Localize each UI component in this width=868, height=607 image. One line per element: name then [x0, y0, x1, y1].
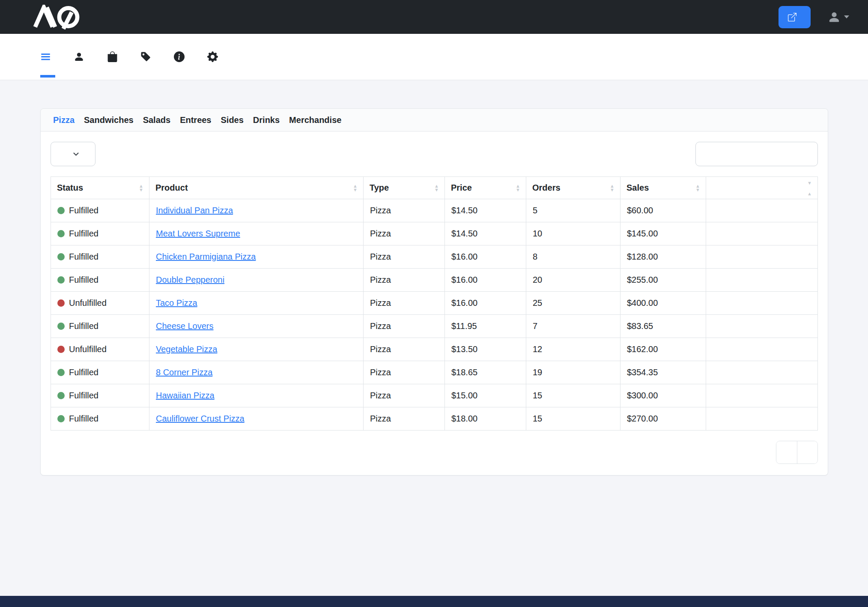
sales-cell: $60.00 — [620, 199, 706, 222]
sales-cell: $400.00 — [620, 292, 706, 315]
status-label: Fulfilled — [69, 275, 98, 284]
price-cell: $14.50 — [445, 199, 526, 222]
sort-icon: ▲▼ — [434, 184, 439, 192]
tag-icon — [140, 51, 151, 62]
nav-item-store-info[interactable] — [174, 34, 189, 80]
type-cell: Pizza — [364, 315, 445, 338]
column-header[interactable]: Sales ▲▼ — [620, 177, 706, 199]
product-link[interactable]: Vegetable Pizza — [156, 344, 217, 354]
column-header-label: Status — [57, 183, 83, 192]
price-cell: $11.95 — [445, 315, 526, 338]
category-tab[interactable]: Sides — [221, 115, 244, 125]
user-avatar-icon — [828, 11, 841, 24]
nav-item-orders[interactable] — [107, 34, 122, 80]
category-tab[interactable]: Salads — [143, 115, 170, 125]
type-cell: Pizza — [364, 199, 445, 222]
product-cell: 8 Corner Pizza — [149, 361, 364, 384]
actions-cell — [706, 199, 818, 222]
category-tab[interactable]: Entrees — [180, 115, 211, 125]
status-cell: Fulfilled — [51, 269, 149, 292]
sales-cell: $255.00 — [620, 269, 706, 292]
column-header[interactable]: Status ▲▼ — [51, 177, 149, 199]
category-tabs: Pizza Sandwiches Salads Entrees Sides Dr… — [41, 109, 828, 132]
sort-icon: ▲▼ — [353, 184, 358, 192]
status-label: Fulfilled — [69, 206, 98, 215]
nav-item-menu[interactable] — [40, 34, 55, 80]
status-cell: Fulfilled — [51, 245, 149, 269]
column-header-label: Type — [370, 183, 389, 192]
product-link[interactable]: Double Pepperoni — [156, 275, 224, 284]
status-label: Fulfilled — [69, 414, 98, 423]
card-body: Status ▲▼ Product ▲▼ Type ▲▼ Price ▲▼ Or… — [41, 132, 828, 475]
page-size-select[interactable] — [51, 142, 95, 166]
status-label: Fulfilled — [69, 368, 98, 377]
external-link-icon — [788, 13, 796, 21]
product-cell: Cauliflower Crust Pizza — [149, 407, 364, 431]
products-table: Status ▲▼ Product ▲▼ Type ▲▼ Price ▲▼ Or… — [51, 176, 818, 431]
product-link[interactable]: Cauliflower Crust Pizza — [156, 414, 245, 423]
column-header-label: Sales — [626, 183, 649, 192]
main-nav — [0, 34, 868, 80]
column-header[interactable]: Type ▲▼ — [364, 177, 445, 199]
orders-cell: 19 — [526, 361, 620, 384]
column-header-label: Price — [451, 183, 472, 192]
product-cell: Vegetable Pizza — [149, 338, 364, 361]
type-cell: Pizza — [364, 245, 445, 269]
product-link[interactable]: Cheese Lovers — [156, 321, 214, 331]
nav-item-customers[interactable] — [74, 34, 89, 80]
price-cell: $16.00 — [445, 292, 526, 315]
column-header[interactable]: Product ▲▼ — [149, 177, 364, 199]
category-tab[interactable]: Pizza — [53, 115, 75, 125]
category-tab[interactable]: Drinks — [253, 115, 280, 125]
sales-cell: $162.00 — [620, 338, 706, 361]
product-link[interactable]: Meat Lovers Supreme — [156, 229, 240, 238]
table-footer — [51, 441, 818, 464]
table-row: Fulfilled Individual Pan Pizza Pizza $14… — [51, 199, 818, 222]
price-cell: $16.00 — [445, 269, 526, 292]
status-dot — [57, 276, 65, 284]
actions-cell — [706, 338, 818, 361]
type-cell: Pizza — [364, 384, 445, 407]
status-cell: Unfulfilled — [51, 292, 149, 315]
chevron-down-icon — [844, 15, 849, 18]
status-label: Fulfilled — [69, 229, 98, 238]
search-input[interactable] — [695, 142, 818, 166]
sales-cell: $300.00 — [620, 384, 706, 407]
product-link[interactable]: Individual Pan Pizza — [156, 206, 233, 215]
sort-icon: ▲▼ — [807, 180, 812, 195]
product-cell: Double Pepperoni — [149, 269, 364, 292]
sales-cell: $83.65 — [620, 315, 706, 338]
brand-logo-icon — [29, 5, 86, 30]
category-tab[interactable]: Sandwiches — [84, 115, 134, 125]
column-header[interactable]: ▲▼ — [706, 177, 818, 199]
product-cell: Individual Pan Pizza — [149, 199, 364, 222]
column-header[interactable]: Orders ▲▼ — [526, 177, 620, 199]
sort-icon: ▲▼ — [695, 184, 700, 192]
status-dot — [57, 392, 65, 399]
pagination-prev-button[interactable] — [776, 441, 797, 463]
nav-item-settings[interactable] — [207, 34, 222, 80]
price-cell: $18.65 — [445, 361, 526, 384]
column-header-label: Orders — [532, 183, 561, 192]
orders-cell: 15 — [526, 384, 620, 407]
type-cell: Pizza — [364, 361, 445, 384]
product-link[interactable]: Hawaiian Pizza — [156, 391, 215, 400]
category-tab[interactable]: Merchandise — [289, 115, 341, 125]
pagination-next-button[interactable] — [797, 441, 817, 463]
top-bar — [0, 0, 868, 34]
user-menu[interactable] — [828, 11, 849, 24]
status-label: Fulfilled — [69, 391, 98, 400]
status-cell: Fulfilled — [51, 222, 149, 245]
orders-cell: 8 — [526, 245, 620, 269]
status-cell: Fulfilled — [51, 315, 149, 338]
status-dot — [57, 346, 65, 353]
column-header[interactable]: Price ▲▼ — [445, 177, 526, 199]
nav-item-promote[interactable] — [140, 34, 155, 80]
orders-cell: 5 — [526, 199, 620, 222]
preview-store-button[interactable] — [779, 6, 811, 28]
sales-cell: $270.00 — [620, 407, 706, 431]
product-link[interactable]: Chicken Parmigiana Pizza — [156, 252, 256, 261]
product-link[interactable]: 8 Corner Pizza — [156, 368, 212, 377]
status-dot — [57, 253, 65, 260]
product-link[interactable]: Taco Pizza — [156, 298, 197, 308]
